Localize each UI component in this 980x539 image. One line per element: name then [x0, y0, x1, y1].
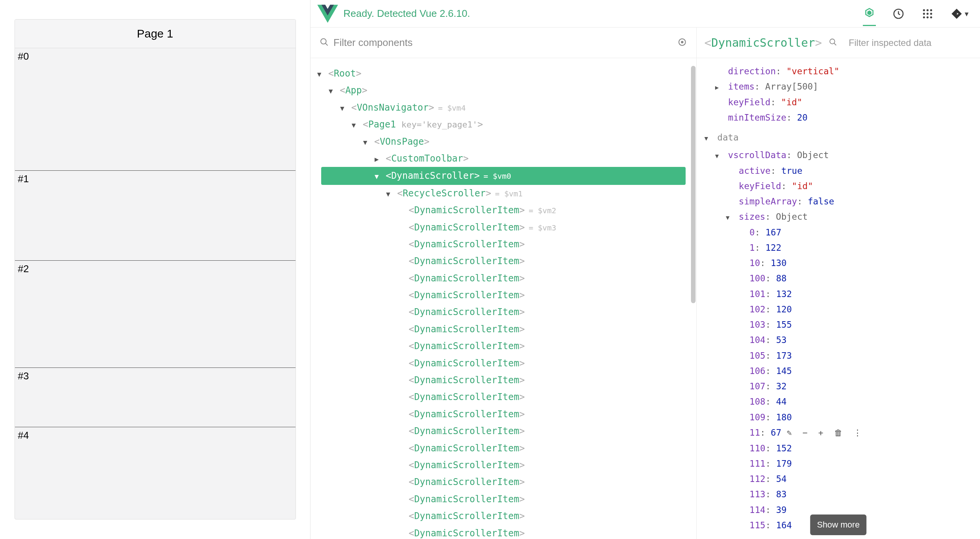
filter-data-input[interactable]: [849, 38, 972, 48]
chevron-down-icon[interactable]: ▾: [965, 9, 969, 18]
tree-node[interactable]: <DynamicScrollerItem>: [310, 304, 696, 320]
tree-node[interactable]: <DynamicScrollerItem>: [310, 372, 696, 389]
tree-node[interactable]: <DynamicScrollerItem>: [310, 355, 696, 372]
list-item[interactable]: #2: [15, 261, 296, 368]
expand-arrow-icon[interactable]: [350, 119, 357, 131]
data-row[interactable]: 102: 120: [697, 302, 980, 317]
tree-node[interactable]: <App>: [310, 82, 696, 99]
data-row[interactable]: 109: 180: [697, 410, 980, 425]
vue-logo-icon: [317, 4, 338, 23]
expand-arrow-icon[interactable]: [385, 188, 392, 200]
vue-devtools: Ready. Detected Vue 2.6.10. ▾: [310, 0, 980, 539]
data-row[interactable]: 11: 67 ✎ − + 🗑 ⋮: [697, 425, 980, 441]
tree-node[interactable]: <DynamicScrollerItem>: [310, 508, 696, 524]
tab-vuex[interactable]: [892, 7, 905, 20]
data-row[interactable]: 1: 122: [697, 240, 980, 255]
inspector-data[interactable]: direction: "vertical" items: Array[500] …: [697, 58, 980, 539]
tree-node[interactable]: <Page1 key='key_page1'>: [310, 116, 696, 133]
more-icon[interactable]: ⋮: [853, 426, 862, 441]
tree-node[interactable]: <CustomToolbar>: [310, 150, 696, 167]
tree-node[interactable]: <DynamicScrollerItem>: [310, 491, 696, 508]
data-row[interactable]: simpleArray: false: [697, 194, 980, 209]
edit-icon[interactable]: ✎: [787, 426, 792, 441]
tree-node[interactable]: <DynamicScrollerItem>: [310, 423, 696, 439]
data-row[interactable]: 103: 155: [697, 317, 980, 332]
expand-arrow-icon[interactable]: [327, 85, 334, 97]
data-row[interactable]: sizes: Object: [697, 209, 980, 224]
tab-components[interactable]: [863, 13, 876, 26]
tree-node[interactable]: <DynamicScrollerItem>: [310, 338, 696, 354]
data-row[interactable]: 107: 32: [697, 379, 980, 394]
data-row[interactable]: active: true: [697, 163, 980, 178]
data-row[interactable]: 111: 179: [697, 456, 980, 471]
svg-point-7: [923, 16, 925, 18]
show-more-button[interactable]: Show more: [810, 514, 866, 536]
data-row[interactable]: 101: 132: [697, 286, 980, 302]
data-row[interactable]: 105: 173: [697, 348, 980, 363]
expand-arrow-icon[interactable]: [704, 133, 712, 144]
data-section-header[interactable]: data: [697, 125, 980, 147]
svg-point-2: [926, 9, 928, 11]
data-row[interactable]: keyField: "id": [697, 178, 980, 194]
tree-node[interactable]: <DynamicScroller>= $vm0: [321, 167, 686, 185]
tab-routing[interactable]: [950, 7, 963, 20]
data-row[interactable]: keyField: "id": [697, 95, 980, 110]
tree-node[interactable]: <DynamicScrollerItem>: [310, 253, 696, 270]
expand-arrow-icon[interactable]: [715, 151, 723, 162]
trash-icon[interactable]: 🗑: [834, 426, 843, 441]
data-row[interactable]: 113: 83: [697, 487, 980, 502]
data-row[interactable]: 112: 54: [697, 471, 980, 487]
expand-arrow-icon[interactable]: [316, 68, 323, 80]
svg-point-5: [926, 13, 928, 15]
data-row[interactable]: 10: 130: [697, 255, 980, 271]
component-tree[interactable]: <Root> <App> <VOnsNavigator>= $vm4 <Page…: [310, 58, 696, 539]
list-item[interactable]: #4: [15, 427, 296, 519]
tree-node[interactable]: <DynamicScrollerItem>: [310, 440, 696, 457]
expand-arrow-icon[interactable]: [715, 82, 723, 93]
scrollbar[interactable]: [691, 66, 696, 303]
tree-node[interactable]: <DynamicScrollerItem>: [310, 525, 696, 539]
tree-node[interactable]: <DynamicScrollerItem>: [310, 321, 696, 338]
plus-icon[interactable]: +: [818, 426, 823, 441]
expand-arrow-icon[interactable]: [373, 153, 380, 165]
data-row[interactable]: direction: "vertical": [697, 64, 980, 79]
expand-arrow-icon[interactable]: [373, 170, 380, 183]
list-item[interactable]: #1: [15, 171, 296, 261]
data-row[interactable]: 110: 152: [697, 441, 980, 456]
inspector-panel: <DynamicScroller> direction: "vertical" …: [697, 28, 980, 539]
data-row[interactable]: 106: 145: [697, 363, 980, 379]
filter-components-input[interactable]: [333, 37, 677, 49]
select-component-icon[interactable]: [677, 37, 687, 48]
page-card: Page 1 #0 #1 #2 #3 #4: [15, 19, 296, 519]
tree-node[interactable]: <DynamicScrollerItem>: [310, 287, 696, 304]
tree-node[interactable]: <DynamicScrollerItem>: [310, 457, 696, 474]
tab-events[interactable]: [921, 7, 934, 20]
list-item[interactable]: #3: [15, 368, 296, 427]
data-row[interactable]: 104: 53: [697, 332, 980, 348]
tree-node[interactable]: <DynamicScrollerItem>= $vm2: [310, 202, 696, 219]
data-row[interactable]: minItemSize: 20: [697, 110, 980, 125]
tree-node[interactable]: <VOnsNavigator>= $vm4: [310, 99, 696, 116]
list-item[interactable]: #0: [15, 48, 296, 171]
tree-node[interactable]: <DynamicScrollerItem>= $vm3: [310, 219, 696, 236]
data-row[interactable]: 108: 44: [697, 394, 980, 409]
inspected-component-title: <DynamicScroller>: [704, 36, 822, 49]
svg-line-11: [325, 43, 328, 46]
expand-arrow-icon[interactable]: [362, 136, 369, 149]
tree-node[interactable]: <Root>: [310, 65, 696, 82]
expand-arrow-icon[interactable]: [339, 102, 346, 114]
data-row[interactable]: 100: 88: [697, 271, 980, 286]
data-row[interactable]: vscrollData: Object: [697, 147, 980, 163]
tree-node[interactable]: <DynamicScrollerItem>: [310, 406, 696, 423]
tree-node[interactable]: <DynamicScrollerItem>: [310, 389, 696, 405]
data-row[interactable]: items: Array[500]: [697, 79, 980, 94]
tree-node[interactable]: <VOnsPage>: [310, 133, 696, 150]
data-row[interactable]: 0: 167: [697, 225, 980, 240]
expand-arrow-icon[interactable]: [726, 212, 733, 223]
tree-node[interactable]: <DynamicScrollerItem>: [310, 270, 696, 287]
tree-node[interactable]: <RecycleScroller>= $vm1: [310, 185, 696, 202]
tree-node[interactable]: <DynamicScrollerItem>: [310, 474, 696, 490]
devtools-header: Ready. Detected Vue 2.6.10. ▾: [310, 0, 980, 28]
minus-icon[interactable]: −: [802, 426, 807, 441]
tree-node[interactable]: <DynamicScrollerItem>: [310, 236, 696, 253]
